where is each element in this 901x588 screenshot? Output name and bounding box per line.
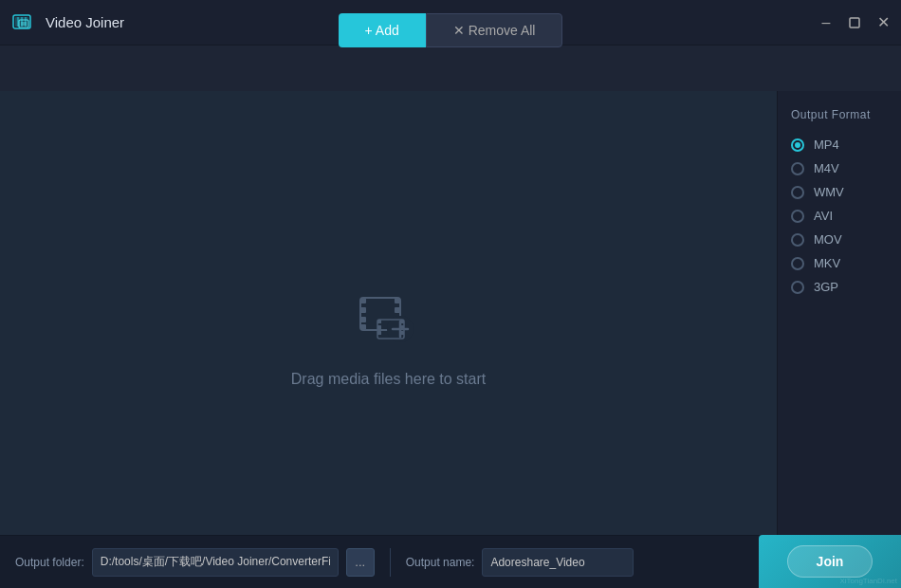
radio-m4v	[791, 162, 804, 175]
minimize-button[interactable]: –	[818, 14, 835, 31]
remove-all-button[interactable]: ✕ Remove All	[426, 13, 563, 47]
format-option-m4v[interactable]: M4V	[778, 156, 901, 180]
drop-icon	[351, 284, 427, 354]
svg-rect-23	[377, 331, 381, 335]
svg-rect-6	[21, 22, 27, 26]
svg-rect-10	[360, 307, 366, 313]
output-folder-label: Output folder:	[15, 556, 84, 569]
radio-wmv	[791, 186, 804, 199]
bottom-bar: Output folder: ... Output name: XiTongTi…	[0, 535, 901, 588]
output-folder-field: Output folder: ...	[15, 548, 375, 577]
radio-3gp	[791, 281, 804, 294]
svg-rect-21	[377, 320, 381, 323]
radio-avi	[791, 210, 804, 223]
format-option-3gp[interactable]: 3GP	[778, 275, 901, 299]
format-option-mov[interactable]: MOV	[778, 228, 901, 251]
format-label-m4v: M4V	[814, 161, 839, 175]
format-label-mp4: MP4	[814, 138, 839, 152]
output-name-field: Output name:	[406, 548, 634, 577]
svg-rect-12	[360, 324, 366, 330]
output-format-title: Output Format	[778, 101, 884, 133]
format-label-avi: AVI	[814, 209, 833, 223]
maximize-button[interactable]	[846, 14, 863, 31]
format-option-avi[interactable]: AVI	[778, 204, 901, 228]
browse-icon: ...	[355, 555, 365, 569]
close-button[interactable]: ✕	[874, 14, 892, 31]
join-button[interactable]: Join	[787, 545, 873, 578]
format-option-wmv[interactable]: WMV	[778, 180, 901, 204]
format-label-mov: MOV	[814, 232, 842, 247]
drop-text: Drag media files here to start	[291, 371, 486, 388]
svg-rect-11	[360, 317, 366, 322]
format-label-mkv: MKV	[814, 256, 840, 270]
watermark-text: XiTongTianDi.net	[839, 577, 897, 586]
svg-rect-13	[395, 298, 400, 303]
svg-rect-26	[400, 331, 404, 335]
sidebar: Output Format MP4 M4V WMV AVI MOV MKV 3G…	[778, 91, 901, 580]
maximize-icon	[849, 17, 860, 28]
output-folder-input[interactable]	[92, 548, 339, 577]
svg-rect-14	[395, 307, 400, 313]
main-layout: Drag media files here to start Output Fo…	[0, 91, 901, 580]
separator	[390, 548, 391, 577]
format-label-3gp: 3GP	[814, 280, 838, 294]
join-area: XiTongTianDi.net Join	[759, 535, 901, 588]
svg-rect-7	[850, 18, 859, 28]
format-option-mkv[interactable]: MKV	[778, 251, 901, 275]
browse-button[interactable]: ...	[346, 548, 375, 577]
radio-mp4	[791, 138, 804, 152]
output-name-input[interactable]	[482, 548, 634, 577]
app-title: Video Joiner	[46, 14, 124, 30]
format-label-wmv: WMV	[814, 185, 844, 199]
svg-rect-22	[377, 325, 381, 329]
drop-area[interactable]: Drag media files here to start	[0, 91, 778, 580]
radio-mkv	[791, 257, 804, 270]
toolbar: + Add ✕ Remove All	[339, 13, 563, 47]
window-controls: – ✕	[818, 14, 892, 31]
svg-rect-24	[400, 320, 404, 323]
format-option-mp4[interactable]: MP4	[778, 133, 901, 156]
output-name-label: Output name:	[406, 556, 475, 569]
radio-mov	[791, 233, 804, 247]
svg-rect-25	[400, 325, 404, 329]
app-logo: Video Joiner	[11, 9, 124, 36]
add-button[interactable]: + Add	[339, 13, 426, 47]
app-icon	[11, 9, 38, 36]
svg-rect-9	[360, 298, 366, 303]
